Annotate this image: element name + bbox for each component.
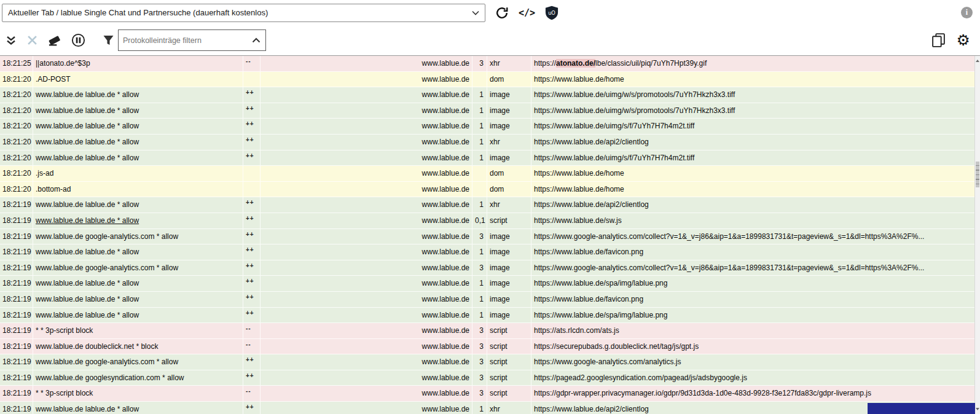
log-row[interactable]: 18:21:19www.lablue.de lablue.de * allow+… — [0, 292, 980, 308]
clear-log-button[interactable] — [27, 35, 37, 45]
collapse-all-button[interactable] — [5, 34, 17, 47]
cell-filter: www.lablue.de lablue.de * allow — [33, 150, 243, 166]
cell-time: 18:21:20 — [0, 166, 33, 181]
log-row[interactable]: 18:21:20.bottom-adwww.lablue.dedomhttps:… — [0, 182, 980, 198]
cell-url: https://ats.rlcdn.com/ats.js — [531, 323, 980, 338]
cell-count: 1 — [472, 135, 487, 150]
log-row[interactable]: 18:21:20.js-adwww.lablue.dedomhttps://ww… — [0, 166, 980, 182]
cell-time: 18:21:20 — [0, 103, 33, 119]
info-icon[interactable]: i — [961, 7, 973, 18]
cell-time: 18:21:20 — [0, 72, 33, 87]
log-row[interactable]: 18:21:19www.lablue.de doubleclick.net * … — [0, 339, 980, 355]
eraser-button[interactable] — [47, 34, 61, 47]
copy-button[interactable] — [931, 33, 946, 48]
settings-button[interactable]: ⚙ — [957, 33, 970, 48]
tab-selector[interactable]: Aktueller Tab / lablue Single Chat und P… — [2, 4, 485, 22]
refresh-icon — [495, 6, 509, 20]
cell-type: image — [487, 119, 531, 134]
code-view-button[interactable]: </> — [519, 7, 535, 18]
chevron-up-icon — [252, 37, 261, 43]
cell-domain: www.lablue.de — [261, 260, 472, 276]
filter-collapse-button[interactable] — [247, 30, 265, 50]
cell-url: https://securepubads.g.doubleclick.net/t… — [531, 339, 980, 354]
cell-marker: ++ — [243, 276, 261, 291]
log-row[interactable]: 18:21:19www.lablue.de lablue.de * allow+… — [0, 308, 980, 324]
cell-domain: www.lablue.de — [261, 150, 472, 166]
log-row[interactable]: 18:21:19www.lablue.de lablue.de * allow+… — [0, 402, 980, 414]
cell-url: https://www.lablue.de/home — [531, 72, 980, 87]
cell-domain: www.lablue.de — [261, 229, 472, 244]
gear-icon: ⚙ — [957, 33, 970, 48]
scroll-thumb[interactable] — [976, 162, 979, 187]
triangle-down-icon — [976, 408, 979, 410]
cell-filter: www.lablue.de lablue.de * allow — [33, 276, 243, 291]
log-row[interactable]: 18:21:19www.lablue.de google-analytics.c… — [0, 260, 980, 276]
cell-url: https://www.lablue.de/uimg/w/s/promotool… — [531, 87, 980, 103]
cell-marker: ++ — [243, 197, 261, 213]
cell-url: https://www.google-analytics.com/collect… — [531, 260, 980, 276]
log-row[interactable]: 18:21:20www.lablue.de lablue.de * allow+… — [0, 150, 980, 166]
log-row[interactable]: 18:21:19www.lablue.de lablue.de * allow+… — [0, 213, 980, 229]
cell-type: image — [487, 276, 531, 291]
log-row[interactable]: 18:21:19www.lablue.de googlesyndication.… — [0, 370, 980, 386]
cell-filter: www.lablue.de lablue.de * allow — [33, 119, 243, 134]
log-row[interactable]: 18:21:20www.lablue.de lablue.de * allow+… — [0, 119, 980, 135]
refresh-button[interactable] — [495, 6, 509, 20]
cell-marker: ++ — [243, 402, 261, 414]
log-row[interactable]: 18:21:19www.lablue.de google-analytics.c… — [0, 229, 980, 245]
cell-count: 3 — [472, 56, 487, 71]
close-icon — [27, 35, 37, 45]
log-row[interactable]: 18:21:19www.lablue.de google-analytics.c… — [0, 354, 980, 370]
cell-type: xhr — [487, 197, 531, 213]
cell-url: https://www.lablue.de/sw.js — [531, 213, 980, 228]
cell-domain: www.lablue.de — [261, 402, 472, 414]
vertical-scrollbar[interactable] — [974, 56, 980, 414]
scroll-down-arrow[interactable] — [975, 405, 980, 413]
cell-count: 1 — [472, 244, 487, 260]
log-row[interactable]: 18:21:19www.lablue.de lablue.de * allow+… — [0, 197, 980, 213]
log-row[interactable]: 18:21:19www.lablue.de lablue.de * allow+… — [0, 276, 980, 292]
svg-text:uO: uO — [548, 10, 555, 16]
eraser-icon — [47, 34, 61, 47]
cell-type: script — [487, 370, 531, 386]
pause-button[interactable] — [71, 33, 85, 47]
cell-domain: www.lablue.de — [261, 119, 472, 134]
cell-marker: ++ — [243, 150, 261, 166]
cell-time: 18:21:20 — [0, 150, 33, 166]
filter-input[interactable] — [119, 30, 247, 50]
logger-toolbar: ⚙ — [0, 25, 980, 56]
cell-domain: www.lablue.de — [261, 323, 472, 338]
log-row[interactable]: 18:21:19* * 3p-script block--www.lablue.… — [0, 323, 980, 339]
ublock-logger-window: Aktueller Tab / lablue Single Chat und P… — [0, 0, 980, 414]
cell-type: script — [487, 323, 531, 338]
cell-count: 3 — [472, 386, 487, 401]
cell-count: 3 — [472, 229, 487, 244]
log-row[interactable]: 18:21:25||atonato.de^$3p--www.lablue.de3… — [0, 56, 980, 72]
cell-domain: www.lablue.de — [261, 87, 472, 103]
cell-time: 18:21:19 — [0, 370, 33, 386]
cell-marker: ++ — [243, 229, 261, 244]
log-row[interactable]: 18:21:20www.lablue.de lablue.de * allow+… — [0, 103, 980, 119]
log-row[interactable]: 18:21:20.AD-POSTwww.lablue.dedomhttps://… — [0, 72, 980, 88]
ublock-shield-icon: uO — [545, 6, 559, 20]
log-row[interactable]: 18:21:19www.lablue.de lablue.de * allow+… — [0, 244, 980, 260]
topbar: Aktueller Tab / lablue Single Chat und P… — [0, 0, 980, 25]
log-row[interactable]: 18:21:20www.lablue.de lablue.de * allow+… — [0, 135, 980, 150]
cell-filter: www.lablue.de lablue.de * allow — [33, 135, 243, 150]
cell-type: script — [487, 354, 531, 370]
cell-domain: www.lablue.de — [261, 213, 472, 228]
cell-type: xhr — [487, 56, 531, 71]
cell-count: 0,1 — [472, 213, 487, 228]
log-row[interactable]: 18:21:19* * 3p-script block--www.lablue.… — [0, 386, 980, 402]
cell-count: 3 — [472, 339, 487, 354]
cell-filter: www.lablue.de doubleclick.net * block — [33, 339, 243, 354]
cell-time: 18:21:19 — [0, 386, 33, 401]
filter-funnel-button[interactable] — [103, 35, 114, 46]
scroll-up-arrow[interactable] — [975, 57, 980, 64]
cell-marker: ++ — [243, 308, 261, 323]
log-row[interactable]: 18:21:20www.lablue.de lablue.de * allow+… — [0, 87, 980, 103]
cell-time: 18:21:20 — [0, 135, 33, 150]
ublock-logo-button[interactable]: uO — [545, 6, 559, 20]
cell-domain: www.lablue.de — [261, 197, 472, 213]
filter-box — [118, 29, 266, 51]
